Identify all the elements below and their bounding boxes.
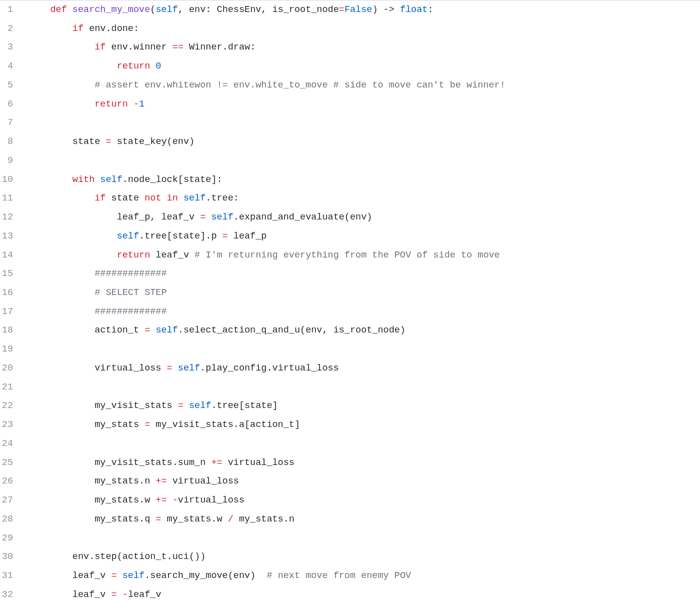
code-token: .tree[state]: [211, 400, 278, 411]
code-line: state = state_key(env): [28, 132, 700, 152]
code-line: # assert env.whitewon != env.white_to_mo…: [28, 76, 700, 95]
code-line: if env.winner == Winner.draw:: [28, 38, 700, 57]
code-token: virtual_loss: [222, 458, 294, 468]
code-token: env.winner: [106, 42, 172, 52]
line-number: 6: [0, 95, 16, 114]
line-number: 15: [0, 264, 16, 284]
line-number: 10: [0, 170, 16, 190]
code-token: =: [156, 514, 161, 524]
line-number: 12: [0, 208, 16, 227]
line-number: 19: [0, 340, 16, 359]
code-token: [117, 590, 122, 600]
line-number: 3: [0, 38, 16, 57]
code-token: env.step(action_t.uci()): [72, 552, 206, 562]
code-token: .play_config.virtual_loss: [200, 363, 339, 374]
code-line: [28, 114, 700, 132]
code-token: =: [112, 590, 117, 600]
code-token: leaf_v: [72, 590, 112, 600]
line-number: 14: [0, 246, 16, 265]
code-token: [150, 325, 156, 336]
code-line: [28, 378, 700, 397]
code-token: #############: [94, 268, 166, 279]
code-token: =: [167, 363, 172, 374]
code-token: self: [122, 570, 144, 581]
code-token: 0: [156, 61, 161, 72]
code-token: -: [172, 495, 178, 506]
code-line: return leaf_v # I'm returning everything…: [28, 246, 700, 265]
code-token: =: [200, 212, 206, 222]
code-token: float: [400, 4, 428, 15]
code-token: self: [211, 212, 233, 222]
code-token: return: [117, 250, 150, 260]
code-line: #############: [28, 264, 700, 284]
code-token: +=: [156, 476, 166, 486]
line-number: 21: [0, 378, 16, 397]
line-number: 17: [0, 302, 16, 322]
code-token: my_stats.n: [234, 514, 294, 524]
code-token: my_stats.w: [94, 495, 156, 506]
code-token: self: [189, 400, 211, 411]
code-token: [184, 400, 189, 411]
code-token: my_visit_stats.a[action_t]: [150, 420, 300, 430]
code-token: =: [144, 325, 150, 336]
code-line: action_t = self.select_action_q_and_u(en…: [28, 321, 700, 340]
code-token: with: [72, 174, 100, 185]
line-number: 26: [0, 472, 16, 491]
code-token: .node_lock[state]:: [122, 174, 222, 185]
code-token: =: [112, 570, 117, 581]
code-token: not in: [144, 193, 184, 204]
code-token: search_my_move: [72, 4, 150, 15]
code-token: virtual_loss: [178, 495, 244, 506]
code-token: [167, 495, 172, 506]
code-token: def: [50, 4, 72, 15]
code-line: my_stats.q = my_stats.w / my_stats.n: [28, 510, 700, 529]
code-line: my_stats.w += -virtual_loss: [28, 491, 700, 510]
line-number: 7: [0, 114, 16, 132]
code-token: leaf_p: [228, 231, 267, 242]
code-token: -: [134, 99, 139, 110]
code-token: +=: [211, 458, 222, 468]
line-number: 16: [0, 284, 16, 302]
code-token: =: [106, 136, 111, 147]
line-number: 1: [0, 0, 16, 20]
line-number: 5: [0, 76, 16, 95]
code-token: env.done:: [84, 24, 139, 34]
code-line: my_visit_stats = self.tree[state]: [28, 396, 700, 416]
code-token: state: [106, 193, 144, 204]
code-token: ==: [172, 42, 184, 52]
code-token: self: [184, 193, 206, 204]
code-token: +=: [156, 495, 166, 506]
line-number: 29: [0, 529, 16, 548]
line-number: 28: [0, 510, 16, 529]
code-token: action_t: [94, 325, 144, 336]
code-line: [28, 340, 700, 359]
code-token: self: [117, 231, 139, 242]
code-token: my_stats: [94, 420, 144, 430]
code-token: self: [100, 174, 122, 185]
code-token: # next move from enemy POV: [266, 570, 411, 581]
line-number: 9: [0, 152, 16, 170]
code-token: .tree:: [206, 193, 239, 204]
code-body[interactable]: def search_my_move(self, env: ChessEnv, …: [21, 0, 700, 604]
code-token: my_stats.w: [161, 514, 228, 524]
line-number: 2: [0, 20, 16, 38]
code-line: #############: [28, 302, 700, 322]
code-token: # I'm returning everything from the POV …: [194, 250, 500, 260]
line-number: 30: [0, 548, 16, 566]
code-token: # assert env.whitewon != env.white_to_mo…: [94, 80, 506, 90]
line-number: 11: [0, 189, 16, 208]
code-line: if env.done:: [28, 20, 700, 38]
code-token: virtual_loss: [167, 476, 239, 486]
code-token: state_key(env): [112, 136, 195, 147]
code-token: [117, 570, 122, 581]
code-token: my_visit_stats.sum_n: [94, 458, 211, 468]
code-line: with self.node_lock[state]:: [28, 170, 700, 190]
code-token: if: [94, 193, 106, 204]
code-token: my_stats.n: [94, 476, 156, 486]
code-line: self.tree[state].p = leaf_p: [28, 227, 700, 246]
line-number: 31: [0, 566, 16, 586]
line-number: 32: [0, 586, 16, 604]
code-line: if state not in self.tree:: [28, 189, 700, 208]
line-number: 13: [0, 227, 16, 246]
code-line: [28, 529, 700, 548]
